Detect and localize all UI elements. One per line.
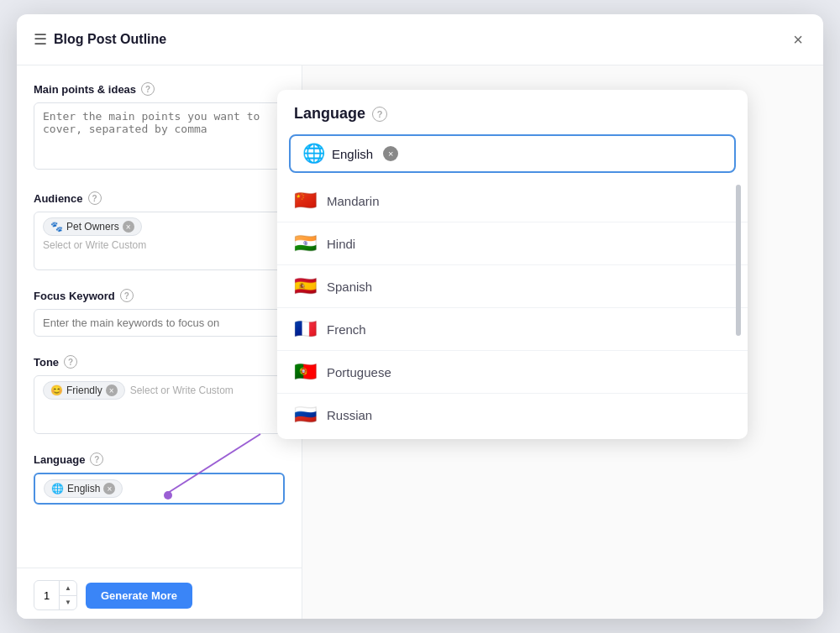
left-panel: Main points & ideas ? Audience ? 🐾 Pet O…: [17, 65, 302, 619]
modal-title: Blog Post Outline: [54, 32, 166, 47]
audience-help-icon[interactable]: ?: [88, 191, 102, 205]
selected-name: English: [332, 147, 373, 161]
main-points-input[interactable]: [34, 102, 285, 170]
language-flag: 🇷🇺: [294, 405, 317, 424]
language-section: Language ? 🌐 English ×: [34, 453, 285, 505]
main-points-label: Main points & ideas ?: [34, 82, 285, 96]
quantity-stepper[interactable]: 1 ▲ ▼: [34, 580, 77, 610]
tone-section: Tone ? 😊 Friendly × Select or Write Cust…: [34, 355, 285, 434]
audience-label: Audience ?: [34, 191, 285, 205]
audience-section: Audience ? 🐾 Pet Owners × Select or Writ…: [34, 191, 285, 270]
language-help-icon[interactable]: ?: [90, 453, 103, 466]
language-item[interactable]: 🇷🇺Russian: [277, 394, 748, 436]
selected-remove-button[interactable]: ×: [383, 146, 398, 161]
main-points-section: Main points & ideas ?: [34, 82, 285, 173]
language-name: Hindi: [327, 237, 355, 251]
close-button[interactable]: ×: [790, 28, 806, 51]
audience-tag-remove[interactable]: ×: [123, 221, 134, 233]
selected-language[interactable]: 🌐 English ×: [289, 134, 736, 173]
language-name: French: [327, 322, 366, 337]
tone-tag-remove[interactable]: ×: [106, 385, 118, 396]
language-label: Language ?: [34, 453, 285, 466]
language-flag: 🇫🇷: [294, 320, 317, 338]
main-points-help-icon[interactable]: ?: [141, 82, 155, 96]
language-flag: 🇮🇳: [294, 234, 317, 253]
dropdown-help-icon[interactable]: ?: [372, 107, 387, 122]
tone-input[interactable]: 😊 Friendly × Select or Write Custom: [34, 375, 285, 434]
list-icon: ☰: [34, 30, 47, 49]
language-dropdown: Language ? 🌐 English × 🇨🇳Mandarin🇮🇳Hindi…: [277, 90, 748, 439]
tone-label: Tone ?: [34, 355, 285, 369]
language-name: Spanish: [327, 280, 372, 294]
tone-tag: 😊 Friendly ×: [43, 381, 125, 400]
language-item[interactable]: 🇮🇳Hindi: [277, 222, 748, 265]
tone-tag-row: 😊 Friendly × Select or Write Custom: [43, 381, 276, 400]
bottom-bar: 1 ▲ ▼ Generate More: [17, 568, 302, 619]
language-flag: 🇪🇸: [294, 277, 317, 296]
language-name: Russian: [327, 408, 372, 422]
generate-button[interactable]: Generate More: [86, 583, 192, 609]
language-tag-remove[interactable]: ×: [103, 483, 115, 494]
audience-tag-row: 🐾 Pet Owners ×: [43, 217, 276, 236]
quantity-value: 1: [34, 581, 60, 609]
modal: ☰ Blog Post Outline × Main points & idea…: [17, 14, 823, 619]
focus-keyword-label: Focus Keyword ?: [34, 289, 285, 302]
dropdown-title: Language: [294, 105, 365, 123]
language-tag: 🌐 English ×: [44, 479, 123, 498]
language-flag: 🇵🇹: [294, 363, 317, 381]
language-item[interactable]: 🇪🇸Spanish: [277, 265, 748, 308]
selected-flag: 🌐: [302, 144, 325, 163]
audience-tag: 🐾 Pet Owners ×: [43, 217, 142, 236]
focus-keyword-help-icon[interactable]: ?: [120, 289, 134, 302]
audience-placeholder: Select or Write Custom: [43, 239, 276, 251]
dropdown-header: Language ?: [277, 90, 748, 134]
focus-keyword-section: Focus Keyword ?: [34, 289, 285, 337]
quantity-arrows: ▲ ▼: [60, 581, 76, 609]
language-item[interactable]: 🇫🇷French: [277, 308, 748, 351]
language-name: Portuguese: [327, 365, 391, 379]
focus-keyword-input[interactable]: [34, 309, 285, 337]
language-item[interactable]: 🇵🇹Portuguese: [277, 351, 748, 394]
quantity-up-button[interactable]: ▲: [60, 581, 76, 596]
tone-help-icon[interactable]: ?: [64, 355, 77, 369]
modal-header-left: ☰ Blog Post Outline: [34, 30, 166, 49]
language-name: Mandarin: [327, 194, 380, 208]
language-input[interactable]: 🌐 English ×: [34, 473, 285, 505]
tone-placeholder: Select or Write Custom: [130, 385, 234, 396]
language-item[interactable]: 🇨🇳Mandarin: [277, 180, 748, 222]
language-flag: 🇨🇳: [294, 191, 317, 210]
modal-header: ☰ Blog Post Outline ×: [17, 14, 823, 65]
audience-input[interactable]: 🐾 Pet Owners × Select or Write Custom: [34, 212, 285, 270]
language-list: 🇨🇳Mandarin🇮🇳Hindi🇪🇸Spanish🇫🇷French🇵🇹Port…: [277, 176, 748, 439]
quantity-down-button[interactable]: ▼: [60, 596, 76, 610]
